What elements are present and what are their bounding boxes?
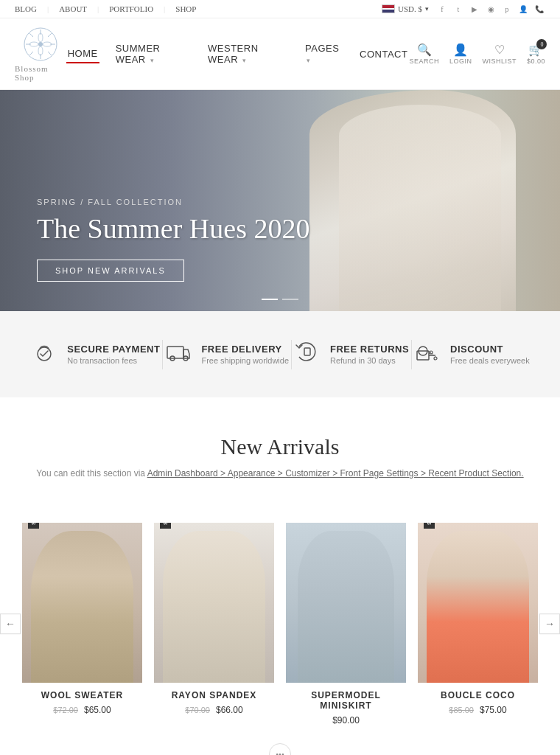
sale-price: $66.00 xyxy=(216,705,243,715)
product-image-wrap xyxy=(286,523,406,683)
secure-payment-icon xyxy=(30,338,58,371)
hero-subtitle: SPRING / FALL COLLECTION xyxy=(37,198,309,206)
search-action[interactable]: 🔍 SEARCH xyxy=(409,43,439,65)
currency-label: USD. $ xyxy=(398,4,422,13)
product-image-wrap: SALE! xyxy=(22,523,142,683)
logo-svg xyxy=(22,26,59,63)
top-nav-links: BLOG | ABOUT | PORTFOLIO | SHOP xyxy=(15,4,196,13)
product-card-boucle-coco[interactable]: SALE! BOUCLE COCO $85.00 $75.00 xyxy=(418,523,538,728)
wishlist-action[interactable]: ♡ WISHLIST xyxy=(482,43,517,65)
discount-title: DISCOUNT xyxy=(450,344,530,355)
cart-action[interactable]: 🛒 0 $0.00 xyxy=(527,43,545,65)
secure-payment-subtitle: No transaction fees xyxy=(67,356,160,365)
svg-line-9 xyxy=(29,52,33,55)
pinterest-icon[interactable]: p xyxy=(501,3,513,15)
free-delivery-title: FREE DELIVERY xyxy=(201,344,289,355)
product-info: SUPERMODEL MINISKIRT $90.00 xyxy=(286,683,406,728)
sale-badge: SALE! xyxy=(160,523,171,529)
product-info: BOUCLE COCO $85.00 $75.00 xyxy=(418,683,538,718)
youtube-icon[interactable]: ▶ xyxy=(469,3,480,15)
product-info: RAYON SPANDEX $70.00 $66.00 xyxy=(154,683,274,718)
site-header: Blossom Shop HOME SUMMER WEAR ▾ WESTERN … xyxy=(0,18,560,90)
svg-rect-15 xyxy=(167,347,183,358)
new-arrivals-subtitle: You can edit this section via Admin Dash… xyxy=(22,468,538,479)
nav-shop[interactable]: SHOP xyxy=(175,4,196,13)
hero-dress-highlight xyxy=(339,105,501,311)
facebook-icon[interactable]: f xyxy=(436,3,448,15)
product-name: RAYON SPANDEX xyxy=(157,690,271,700)
phone-icon[interactable]: 📞 xyxy=(533,3,545,15)
nav-contact[interactable]: CONTACT xyxy=(358,46,409,63)
dropdown-arrow-icon: ▾ xyxy=(307,57,311,64)
hero-title: The Summer Hues 2020 xyxy=(37,214,309,245)
product-prices: $72.00 $65.00 xyxy=(25,705,139,715)
product-card-wool-sweater[interactable]: SALE! WOOL SWEATER $72.00 $65.00 xyxy=(22,523,142,728)
product-name: SUPERMODEL MINISKIRT xyxy=(289,690,403,711)
divider xyxy=(162,340,163,369)
nav-blog[interactable]: BLOG xyxy=(15,4,37,13)
nav-summer-wear[interactable]: SUMMER WEAR ▾ xyxy=(114,40,192,68)
divider xyxy=(411,340,412,369)
products-wrapper: ← SALE! WOOL SWEATER $72.00 $65.00 xyxy=(0,523,560,728)
search-label: SEARCH xyxy=(409,58,439,65)
main-nav: HOME SUMMER WEAR ▾ WESTERN WEAR ▾ PAGES … xyxy=(66,40,410,68)
nav-western-wear[interactable]: WESTERN WEAR ▾ xyxy=(206,40,289,68)
nav-pages[interactable]: PAGES ▾ xyxy=(304,40,343,68)
user-icon: 👤 xyxy=(453,43,468,57)
free-delivery-icon xyxy=(164,338,192,371)
instagram-icon[interactable]: ◉ xyxy=(485,3,497,15)
site-logo[interactable]: Blossom Shop xyxy=(15,26,66,82)
login-action[interactable]: 👤 LOGIN xyxy=(449,43,472,65)
products-prev-button[interactable]: ← xyxy=(0,613,21,634)
svg-rect-18 xyxy=(304,348,310,355)
heart-icon: ♡ xyxy=(494,43,505,57)
original-price: $85.00 xyxy=(449,706,474,714)
discount-icon xyxy=(413,338,441,371)
products-next-button[interactable]: → xyxy=(539,613,560,634)
new-arrivals-section: New Arrivals You can edit this section v… xyxy=(0,397,560,523)
secure-payment-title: SECURE PAYMENT xyxy=(67,344,160,355)
original-price: $72.00 xyxy=(53,706,78,714)
hero-dot-1[interactable] xyxy=(262,299,278,300)
new-arrivals-title: New Arrivals xyxy=(22,434,538,459)
feature-free-returns: FREE RETURNS Refund in 30 days xyxy=(293,338,409,371)
hero-dot-2[interactable] xyxy=(282,299,298,300)
features-bar: SECURE PAYMENT No transaction fees FREE … xyxy=(0,311,560,397)
product-image-wrap: SALE! xyxy=(154,523,274,683)
divider xyxy=(291,340,292,369)
currency-selector[interactable]: USD. $ ▾ xyxy=(382,4,429,13)
product-prices: $70.00 $66.00 xyxy=(157,705,271,715)
user-icon[interactable]: 👤 xyxy=(517,3,529,15)
product-info: WOOL SWEATER $72.00 $65.00 xyxy=(22,683,142,718)
product-prices: $90.00 xyxy=(289,715,403,726)
login-label: LOGIN xyxy=(449,58,472,65)
product-name: WOOL SWEATER xyxy=(25,690,139,700)
shop-new-arrivals-button[interactable]: SHOP NEW ARRIVALS xyxy=(37,260,184,282)
product-image-1 xyxy=(22,523,142,683)
feature-discount: DISCOUNT Free deals everyweek xyxy=(413,338,530,371)
admin-dashboard-link[interactable]: Admin Dashboard > Appearance > Customize… xyxy=(147,468,524,479)
svg-line-7 xyxy=(48,52,52,55)
cart-count: 0 xyxy=(536,39,547,49)
load-more-button[interactable]: ••• xyxy=(269,743,291,755)
original-price: $70.00 xyxy=(185,706,210,714)
feature-free-delivery: FREE DELIVERY Free shipping worldwide xyxy=(164,338,289,371)
nav-portfolio[interactable]: PORTFOLIO xyxy=(109,4,153,13)
free-returns-icon xyxy=(293,338,321,371)
nav-home[interactable]: HOME xyxy=(66,45,99,63)
nav-about[interactable]: ABOUT xyxy=(59,4,87,13)
hero-section: SPRING / FALL COLLECTION The Summer Hues… xyxy=(0,90,560,311)
product-card-miniskirt[interactable]: SUPERMODEL MINISKIRT $90.00 xyxy=(286,523,406,728)
product-prices: $85.00 $75.00 xyxy=(421,705,535,715)
free-returns-title: FREE RETURNS xyxy=(330,344,409,355)
flag-icon xyxy=(382,4,395,13)
sale-price: $75.00 xyxy=(480,705,507,715)
hero-pagination xyxy=(262,299,298,300)
discount-subtitle: Free deals everyweek xyxy=(450,356,530,365)
product-name: BOUCLE COCO xyxy=(421,690,535,700)
logo-text: Blossom Shop xyxy=(15,64,66,82)
hero-content: SPRING / FALL COLLECTION The Summer Hues… xyxy=(0,198,346,311)
twitter-icon[interactable]: t xyxy=(452,3,464,15)
product-card-rayon-spandex[interactable]: SALE! RAYON SPANDEX $70.00 $66.00 xyxy=(154,523,274,728)
sale-price: $90.00 xyxy=(332,715,360,726)
